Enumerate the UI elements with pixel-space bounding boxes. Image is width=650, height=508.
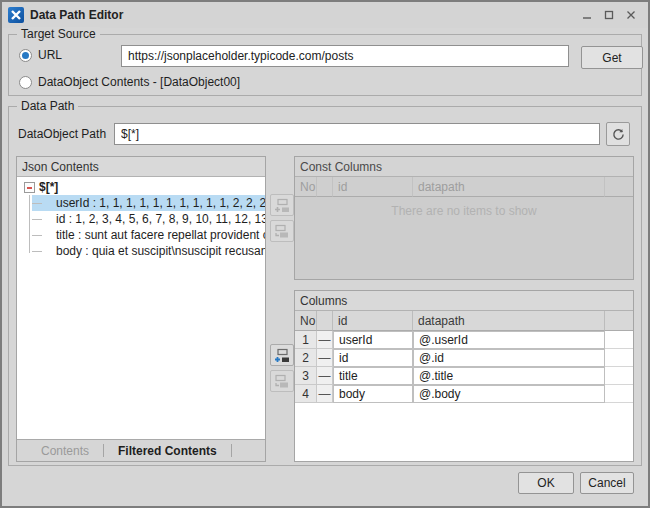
maximize-icon[interactable] <box>600 6 618 24</box>
tree-item-userid[interactable]: userId : 1, 1, 1, 1, 1, 1, 1, 1, 1, 1, 2… <box>32 195 265 211</box>
columns-header-row: No id datapath <box>295 311 633 331</box>
minimize-icon[interactable] <box>578 6 596 24</box>
url-radio-row: URL <box>19 48 62 62</box>
columns-header-datapath: datapath <box>413 311 605 331</box>
collapse-minus-icon[interactable] <box>24 182 35 193</box>
data-path-editor-dialog: Data Path Editor Target Source URL Get D… <box>0 0 650 508</box>
row-number: 2 <box>295 349 317 367</box>
tree-item-body[interactable]: body : quia et suscipit\nsuscipit recusa… <box>32 243 265 259</box>
columns-header-filler <box>605 311 633 331</box>
datapath-cell[interactable]: @.title <box>413 367 605 385</box>
insert-row-icon[interactable] <box>270 220 294 242</box>
data-path-group-label: Data Path <box>17 99 78 113</box>
datapath-cell[interactable]: @.body <box>413 385 605 403</box>
tab-separator <box>231 444 232 457</box>
title-bar: Data Path Editor <box>2 2 648 28</box>
table-row: 4 — body @.body <box>295 385 633 403</box>
tree-root-label: $[*] <box>39 180 58 194</box>
id-cell[interactable]: userId <box>333 331 413 349</box>
filler-cell <box>605 367 633 385</box>
id-cell[interactable]: title <box>333 367 413 385</box>
columns-title: Columns <box>295 291 633 311</box>
tree-item-id[interactable]: id : 1, 2, 3, 4, 5, 6, 7, 8, 9, 10, 11, … <box>32 211 265 227</box>
datapath-cell[interactable]: @.id <box>413 349 605 367</box>
row-indicator: — <box>317 385 333 403</box>
url-radio[interactable] <box>19 49 32 62</box>
row-number: 3 <box>295 367 317 385</box>
json-contents-tabs: Contents Filtered Contents <box>17 440 265 461</box>
id-cell[interactable]: body <box>333 385 413 403</box>
const-columns-header-row: No id datapath <box>295 177 633 197</box>
tree-guide-line <box>29 195 30 253</box>
ok-button[interactable]: OK <box>518 472 574 494</box>
cancel-button[interactable]: Cancel <box>580 472 634 494</box>
row-number: 4 <box>295 385 317 403</box>
row-indicator: — <box>317 331 333 349</box>
refresh-icon[interactable] <box>606 122 630 146</box>
const-header-filler <box>605 177 633 197</box>
dataobject-radio[interactable] <box>19 76 32 89</box>
const-columns-panel: Const Columns No id datapath There are n… <box>294 156 634 280</box>
add-row-icon[interactable] <box>270 194 294 216</box>
get-button[interactable]: Get <box>581 46 643 69</box>
url-input[interactable] <box>121 45 569 67</box>
target-source-group: Target Source URL Get DataObject Content… <box>8 34 642 96</box>
close-icon[interactable] <box>622 6 640 24</box>
tab-contents[interactable]: Contents <box>27 440 103 461</box>
add-row-icon[interactable] <box>270 344 294 366</box>
insert-row-icon[interactable] <box>270 370 294 392</box>
const-header-blank <box>317 177 333 197</box>
dataobject-radio-label: DataObject Contents - [DataObject00] <box>38 75 240 89</box>
row-indicator: — <box>317 367 333 385</box>
tree-item-title[interactable]: title : sunt aut facere repellat provide… <box>32 227 265 243</box>
target-source-group-label: Target Source <box>17 27 100 41</box>
datapath-cell[interactable]: @.userId <box>413 331 605 349</box>
const-header-id: id <box>333 177 413 197</box>
filler-cell <box>605 385 633 403</box>
url-radio-label: URL <box>38 48 62 62</box>
dataobject-path-input[interactable] <box>114 123 600 145</box>
columns-header-id: id <box>333 311 413 331</box>
row-number: 1 <box>295 331 317 349</box>
row-indicator: — <box>317 349 333 367</box>
x-logo-icon <box>8 7 24 23</box>
const-header-datapath: datapath <box>413 177 605 197</box>
const-columns-empty-area: There are no items to show <box>295 197 633 279</box>
json-contents-panel: Json Contents $[*] userId : 1, 1, 1, 1, … <box>16 156 266 462</box>
filler-cell <box>605 331 633 349</box>
dataobject-path-label: DataObject Path <box>18 127 106 141</box>
dataobject-radio-row: DataObject Contents - [DataObject00] <box>19 75 240 89</box>
columns-header-blank <box>317 311 333 331</box>
table-row: 1 — userId @.userId <box>295 331 633 349</box>
columns-panel: Columns No id datapath 1 — userId @.user… <box>294 290 634 462</box>
filler-cell <box>605 349 633 367</box>
columns-grid-body: 1 — userId @.userId 2 — id @.id 3 — titl… <box>295 331 633 461</box>
table-row: 2 — id @.id <box>295 349 633 367</box>
columns-header-no: No <box>295 311 317 331</box>
const-columns-title: Const Columns <box>295 157 633 177</box>
tab-filtered-contents[interactable]: Filtered Contents <box>104 440 231 461</box>
tree-root-node[interactable]: $[*] <box>17 179 265 195</box>
json-contents-title: Json Contents <box>17 157 265 177</box>
json-tree: $[*] userId : 1, 1, 1, 1, 1, 1, 1, 1, 1,… <box>17 177 265 440</box>
const-header-no: No <box>295 177 317 197</box>
id-cell[interactable]: id <box>333 349 413 367</box>
window-title: Data Path Editor <box>30 8 123 22</box>
table-row: 3 — title @.title <box>295 367 633 385</box>
empty-items-text: There are no items to show <box>295 204 633 218</box>
